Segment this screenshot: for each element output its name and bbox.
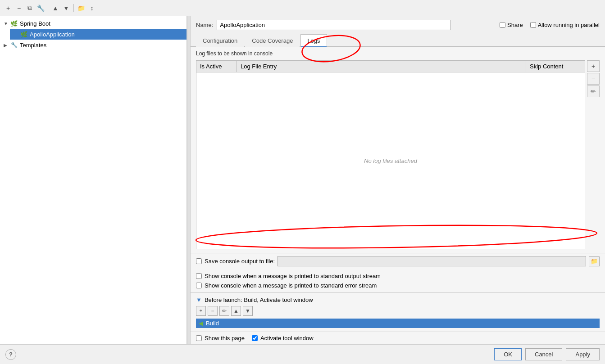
build-spring-icon: ◀ (199, 320, 203, 327)
help-label: ? (9, 351, 13, 358)
show-page-label: Show this page (205, 335, 245, 342)
spring-leaf-icon: 🌿 (20, 30, 28, 38)
name-row: Name: Share Allow running in parallel (191, 16, 605, 34)
show-page-check[interactable]: Show this page (196, 335, 245, 342)
tabs-bar: Configuration Code Coverage Logs (191, 34, 605, 47)
spring-boot-label: Spring Boot (20, 20, 183, 27)
parallel-label: Allow running in parallel (538, 22, 600, 28)
ok-button[interactable]: OK (494, 348, 522, 360)
save-console-checkbox[interactable] (196, 258, 202, 264)
log-table-body: No log files attached (196, 72, 585, 249)
sort-icon[interactable]: ↕ (87, 4, 96, 13)
bl-edit-button[interactable]: ✏ (219, 306, 229, 316)
col-log-file-entry: Log File Entry (237, 61, 526, 72)
before-launch-section: ▼ Before launch: Build, Activate tool wi… (191, 292, 605, 332)
collapse-icon[interactable]: ▼ (196, 297, 202, 303)
apply-button[interactable]: Apply (566, 348, 600, 360)
before-launch-header: ▼ Before launch: Build, Activate tool wi… (196, 297, 600, 303)
copy-icon[interactable]: ⧉ (25, 4, 34, 13)
show-page-checkbox[interactable] (196, 335, 202, 341)
templates-label: Templates (20, 42, 183, 49)
share-label: Share (507, 22, 523, 28)
edit-log-button[interactable]: ✏ (587, 85, 600, 97)
stdout-check-row[interactable]: Show console when a message is printed t… (196, 273, 600, 279)
tab-configuration-label: Configuration (203, 37, 237, 44)
tab-code-coverage-label: Code Coverage (252, 37, 293, 44)
activate-window-check[interactable]: Activate tool window (252, 335, 314, 342)
left-panel: ▼ 🌿 Spring Boot 🌿 ApolloApplication ▶ 🔧 … (0, 16, 187, 344)
bl-add-button[interactable]: + (196, 306, 206, 316)
spring-boot-item[interactable]: ▼ 🌿 Spring Boot (0, 18, 187, 29)
before-launch-toolbar: + − ✏ ▲ ▼ (196, 306, 600, 316)
add-icon[interactable]: + (4, 4, 13, 13)
move-down-icon[interactable]: ▼ (62, 4, 71, 13)
settings-icon[interactable]: 🔧 (36, 4, 45, 13)
logs-tab-content: Log files to be shown in console Is Acti… (191, 47, 605, 344)
spring-boot-icon: 🌿 (10, 19, 18, 27)
right-panel: Name: Share Allow running in parallel Co… (191, 16, 605, 344)
folder-icon[interactable]: 📁 (77, 4, 86, 13)
tab-logs[interactable]: Logs (300, 34, 327, 47)
move-up-icon[interactable]: ▲ (51, 4, 60, 13)
browse-folder-button[interactable]: 📁 (589, 256, 600, 266)
wrench-icon: 🔧 (10, 41, 18, 49)
add-log-button[interactable]: + (587, 60, 600, 72)
name-label: Name: (196, 22, 213, 28)
bl-down-button[interactable]: ▼ (243, 306, 253, 316)
share-checkbox-label[interactable]: Share (500, 22, 523, 28)
remove-icon[interactable]: − (14, 4, 23, 13)
tab-logs-label: Logs (307, 37, 320, 44)
spring-boot-children: 🌿 ApolloApplication (0, 29, 187, 40)
apollo-application-item[interactable]: 🌿 ApolloApplication (10, 29, 187, 40)
panel-divider[interactable]: ··· (187, 16, 191, 344)
chevron-right-icon: ▶ (4, 43, 10, 48)
stdout-label: Show console when a message is printed t… (205, 273, 381, 279)
tab-active-indicator (301, 46, 326, 47)
spring-boot-group: ▼ 🌿 Spring Boot 🌿 ApolloApplication (0, 18, 187, 40)
apollo-label: ApolloApplication (30, 31, 183, 38)
toolbar-separator-2 (73, 4, 74, 12)
logs-section-label: Log files to be shown in console (196, 50, 600, 57)
share-checkbox[interactable] (500, 22, 505, 28)
tree-area: ▼ 🌿 Spring Boot 🌿 ApolloApplication ▶ 🔧 … (0, 16, 187, 344)
stderr-label: Show console when a message is printed t… (205, 282, 377, 289)
bl-remove-button[interactable]: − (208, 306, 218, 316)
empty-message: No log files attached (364, 157, 417, 164)
stdout-checkbox[interactable] (196, 273, 202, 279)
stderr-checkbox[interactable] (196, 283, 202, 288)
parallel-checkbox[interactable] (530, 22, 536, 28)
chevron-down-icon: ▼ (4, 21, 10, 26)
help-button[interactable]: ? (5, 349, 16, 360)
console-checks: Show console when a message is printed t… (191, 269, 605, 292)
logs-section: Log files to be shown in console Is Acti… (191, 47, 605, 253)
remove-log-button[interactable]: − (587, 73, 600, 85)
tab-configuration[interactable]: Configuration (196, 34, 244, 47)
header-checkboxes: Share Allow running in parallel (500, 22, 600, 28)
tab-code-coverage[interactable]: Code Coverage (245, 34, 300, 47)
save-console-input[interactable] (277, 256, 586, 266)
save-console-label[interactable]: Save console output to file: (205, 258, 275, 265)
stderr-check-row[interactable]: Show console when a message is printed t… (196, 282, 600, 289)
save-console-row: Save console output to file: 📁 (191, 253, 605, 269)
log-table-header: Is Active Log File Entry Skip Content (196, 61, 585, 72)
footer: ? OK Cancel Apply (0, 344, 605, 364)
build-row[interactable]: ◀ Build (196, 319, 600, 328)
activate-window-label: Activate tool window (260, 335, 314, 342)
parallel-checkbox-label[interactable]: Allow running in parallel (530, 22, 600, 28)
toolbar-separator (48, 4, 48, 12)
log-table: Is Active Log File Entry Skip Content No… (196, 60, 585, 249)
name-input[interactable] (217, 20, 451, 30)
log-table-wrapper: Is Active Log File Entry Skip Content No… (196, 60, 585, 249)
log-side-buttons: + − ✏ (587, 60, 600, 249)
before-launch-label: Before launch: Build, Activate tool wind… (205, 297, 313, 303)
toolbar: + − ⧉ 🔧 ▲ ▼ 📁 ↕ (0, 0, 605, 16)
cancel-button[interactable]: Cancel (525, 348, 562, 360)
col-skip-content: Skip Content (526, 61, 585, 72)
col-is-active: Is Active (196, 61, 237, 72)
build-label: Build (206, 320, 219, 327)
bottom-options: Show this page Activate tool window (191, 332, 605, 344)
bl-up-button[interactable]: ▲ (231, 306, 241, 316)
activate-window-checkbox[interactable] (252, 335, 258, 341)
content-wrapper: ▼ 🌿 Spring Boot 🌿 ApolloApplication ▶ 🔧 … (0, 16, 605, 344)
templates-item[interactable]: ▶ 🔧 Templates (0, 40, 187, 50)
